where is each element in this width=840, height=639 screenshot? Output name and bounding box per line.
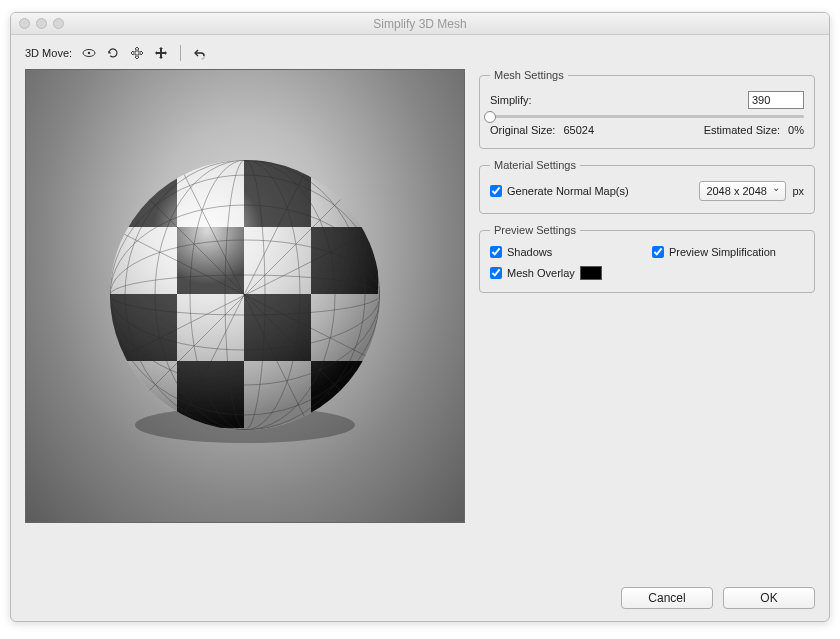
toolbar-label: 3D Move: (25, 47, 72, 59)
simplify-input[interactable] (748, 91, 804, 109)
material-settings-legend: Material Settings (490, 159, 580, 171)
estimated-size-value: 0% (788, 124, 804, 136)
dialog-window: Simplify 3D Mesh 3D Move: (10, 12, 830, 622)
close-icon[interactable] (19, 18, 30, 29)
generate-normal-checkbox-row: Generate Normal Map(s) (490, 185, 629, 197)
preview-simplification-checkbox[interactable] (652, 246, 664, 258)
simplify-label: Simplify: (490, 94, 532, 106)
original-size-label: Original Size: (490, 124, 555, 136)
mesh-overlay-color-swatch[interactable] (580, 266, 602, 280)
preview-settings-group: Preview Settings Shadows Preview Simplif… (479, 224, 815, 293)
main-row: Mesh Settings Simplify: Original Size: (25, 69, 815, 609)
material-settings-group: Material Settings Generate Normal Map(s)… (479, 159, 815, 214)
mesh-overlay-checkbox[interactable] (490, 267, 502, 279)
px-label: px (792, 185, 804, 197)
dialog-buttons: Cancel OK (479, 575, 815, 609)
cancel-button[interactable]: Cancel (621, 587, 713, 609)
minimize-icon[interactable] (36, 18, 47, 29)
generate-normal-checkbox[interactable] (490, 185, 502, 197)
preview-settings-legend: Preview Settings (490, 224, 580, 236)
preview-simplification-checkbox-row: Preview Simplification (652, 246, 804, 258)
shadows-checkbox-row: Shadows (490, 246, 642, 258)
toolbar-3d-move: 3D Move: (25, 45, 815, 61)
side-panel: Mesh Settings Simplify: Original Size: (479, 69, 815, 609)
mesh-overlay-label: Mesh Overlay (507, 267, 575, 279)
slider-thumb-icon[interactable] (484, 111, 496, 123)
pan-icon[interactable] (128, 45, 146, 61)
svg-point-1 (88, 52, 90, 54)
preview-simplification-label: Preview Simplification (669, 246, 776, 258)
content-area: 3D Move: (11, 35, 829, 621)
estimated-size-label: Estimated Size: (704, 124, 780, 136)
mesh-overlay-checkbox-row: Mesh Overlay (490, 266, 642, 280)
normal-map-resolution-select[interactable]: 2048 x 2048 (699, 181, 786, 201)
orbit-icon[interactable] (80, 45, 98, 61)
original-size-value: 65024 (563, 124, 594, 136)
shadows-label: Shadows (507, 246, 552, 258)
simplify-slider[interactable] (490, 115, 804, 118)
mesh-settings-legend: Mesh Settings (490, 69, 568, 81)
window-title: Simplify 3D Mesh (11, 17, 829, 31)
ok-button[interactable]: OK (723, 587, 815, 609)
titlebar: Simplify 3D Mesh (11, 13, 829, 35)
preview-sphere (95, 135, 395, 457)
shadows-checkbox[interactable] (490, 246, 502, 258)
preview-viewport[interactable] (25, 69, 465, 523)
window-controls (19, 18, 64, 29)
zoom-icon[interactable] (53, 18, 64, 29)
generate-normal-label: Generate Normal Map(s) (507, 185, 629, 197)
mesh-settings-group: Mesh Settings Simplify: Original Size: (479, 69, 815, 149)
rotate-icon[interactable] (104, 45, 122, 61)
undo-icon[interactable] (191, 45, 209, 61)
move-icon[interactable] (152, 45, 170, 61)
toolbar-separator (180, 45, 181, 61)
